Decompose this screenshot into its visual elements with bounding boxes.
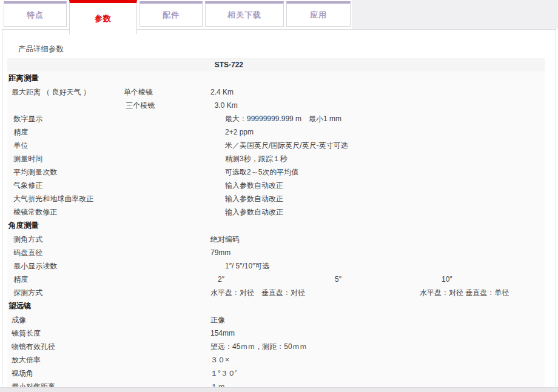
spec-row: 平均测量次数 可选取2～5次的平均值 — [7, 165, 545, 179]
spec-row: 三个棱镜 3.0 Km — [7, 99, 545, 112]
spec-row: 视场角１°３０′ — [7, 367, 545, 380]
model-name: STS-722 — [209, 58, 545, 71]
product-spec-page: 特点参数配件相关下载应用 产品详细参数 STS-722距离测量最大距离 （ 良好… — [0, 0, 558, 392]
spec-label: 镜筒长度 — [7, 327, 121, 340]
spec-label: 最小显示读数 — [7, 259, 121, 273]
spec-value: 绝对编码 — [209, 233, 545, 246]
tab-features[interactable]: 特点 — [4, 1, 67, 27]
spec-label — [7, 58, 121, 71]
spec-value: 1″/ 5″/10″可选 — [209, 259, 545, 273]
spec-value: ３０× — [209, 353, 545, 367]
spec-row: 精度 2″5″ 10″ — [7, 273, 545, 286]
spec-sublabel — [121, 286, 209, 299]
spec-label: 棱镜常数修正 — [7, 205, 121, 219]
spec-value: 5″ — [334, 273, 419, 286]
spec-sublabel — [121, 327, 209, 340]
tab-parameters[interactable]: 参数 — [69, 0, 137, 34]
spec-row: 码盘直径79mm — [7, 246, 545, 259]
spec-table: STS-722距离测量最大距离 （ 良好天气 ）单个棱镜2.4 Km 三个棱镜 … — [7, 58, 545, 392]
spec-value: 输入参数自动改正 — [209, 179, 545, 192]
spec-row: 最小显示读数 1″/ 5″/10″可选 — [7, 259, 545, 273]
spec-label: 测量时间 — [7, 152, 121, 165]
spec-row: 精度 2+2 ppm — [7, 125, 545, 139]
spec-value: 10″ — [419, 273, 545, 286]
spec-label: 平均测量次数 — [7, 165, 121, 179]
spec-row: 大气折光和地球曲率改正 输入参数自动改正 — [7, 192, 545, 205]
spec-value: 输入参数自动改正 — [209, 205, 545, 219]
spec-value: 最大：99999999.999 m 最小1 mm — [209, 112, 545, 125]
spec-sublabel — [121, 112, 209, 125]
content-panel: 产品详细参数 STS-722距离测量最大距离 （ 良好天气 ）单个棱镜2.4 K… — [2, 29, 556, 392]
spec-row: 成像正像 — [7, 313, 545, 327]
spec-label: 物镜有效孔径 — [7, 340, 121, 353]
section-header-row: 望远镜 — [7, 299, 545, 313]
tab-bar-filler — [352, 0, 558, 28]
spec-value: 3.0 Km — [209, 99, 545, 112]
spec-row: 单位 米／美国英尺/国际英尺/英尺-英寸可选 — [7, 139, 545, 152]
spec-label: 成像 — [7, 313, 121, 327]
section-title: 角度测量 — [7, 219, 545, 233]
spec-row: 探测方式水平盘：对径 垂直盘：对径水平盘：对径 垂直盘：单径 — [7, 286, 545, 299]
spec-sublabel — [121, 192, 209, 205]
spec-label: 精度 — [7, 273, 121, 286]
spec-value: 水平盘：对径 垂直盘：对径 — [209, 286, 419, 299]
spec-value: 可选取2～5次的平均值 — [209, 165, 545, 179]
spec-value: 2″ — [209, 273, 334, 286]
spec-value: 2.4 Km — [209, 85, 545, 99]
spec-row: 镜筒长度154mm — [7, 327, 545, 340]
spec-sublabel — [121, 179, 209, 192]
spec-label — [7, 99, 121, 112]
spec-row: 测量时间 精测3秒，跟踪１秒 — [7, 152, 545, 165]
spec-value: 水平盘：对径 垂直盘：单径 — [419, 286, 545, 299]
spec-value: 正像 — [209, 313, 545, 327]
spec-label: 最大距离 （ 良好天气 ） — [7, 85, 121, 99]
section-header-row: 角度测量 — [7, 219, 545, 233]
spec-label: 精度 — [7, 125, 121, 139]
spec-row: 棱镜常数修正 输入参数自动改正 — [7, 205, 545, 219]
spec-sublabel — [121, 152, 209, 165]
spec-sublabel: 三个棱镜 — [121, 99, 209, 112]
horizontal-scrollbar[interactable] — [0, 387, 558, 392]
tab-accessories[interactable]: 配件 — [140, 1, 203, 27]
page-subtitle: 产品详细参数 — [18, 44, 556, 54]
spec-sublabel — [121, 205, 209, 219]
spec-label: 视场角 — [7, 367, 121, 380]
spec-label: 测角方式 — [7, 233, 121, 246]
spec-row: 数字显示 最大：99999999.999 m 最小1 mm — [7, 112, 545, 125]
spec-value: 154mm — [209, 327, 545, 340]
spec-row: 最大距离 （ 良好天气 ）单个棱镜2.4 Km — [7, 85, 545, 99]
spec-label: 码盘直径 — [7, 246, 121, 259]
spec-sublabel — [121, 259, 209, 273]
tab-downloads[interactable]: 相关下载 — [205, 1, 284, 27]
spec-sublabel — [121, 353, 209, 367]
spec-sublabel: 单个棱镜 — [121, 85, 209, 99]
spec-value: １°３０′ — [209, 367, 545, 380]
spec-value: 79mm — [209, 246, 545, 259]
spec-label: 放大倍率 — [7, 353, 121, 367]
spec-sublabel — [121, 58, 209, 71]
spec-sublabel — [121, 246, 209, 259]
spec-sublabel — [121, 273, 209, 286]
spec-value: 米／美国英尺/国际英尺/英尺-英寸可选 — [209, 139, 545, 152]
spec-sublabel — [121, 139, 209, 152]
tab-applications[interactable]: 应用 — [286, 1, 351, 27]
spec-value: 精测3秒，跟踪１秒 — [209, 152, 545, 165]
model-header-row: STS-722 — [7, 58, 545, 71]
spec-row: 物镜有效孔径望远：45ｍｍ，测距：50ｍｍ — [7, 340, 545, 353]
spec-row: 测角方式绝对编码 — [7, 233, 545, 246]
spec-sublabel — [121, 165, 209, 179]
spec-row: 气象修正 输入参数自动改正 — [7, 179, 545, 192]
spec-label: 数字显示 — [7, 112, 121, 125]
tab-bar: 特点参数配件相关下载应用 — [4, 1, 351, 35]
section-title: 望远镜 — [7, 299, 545, 313]
spec-label: 大气折光和地球曲率改正 — [7, 192, 121, 205]
spec-sublabel — [121, 367, 209, 380]
spec-label: 单位 — [7, 139, 121, 152]
spec-label: 探测方式 — [7, 286, 121, 299]
spec-sublabel — [121, 313, 209, 327]
spec-value: 输入参数自动改正 — [209, 192, 545, 205]
spec-value: 2+2 ppm — [209, 125, 545, 139]
spec-sublabel — [121, 233, 209, 246]
section-title: 距离测量 — [7, 71, 545, 85]
spec-label: 气象修正 — [7, 179, 121, 192]
